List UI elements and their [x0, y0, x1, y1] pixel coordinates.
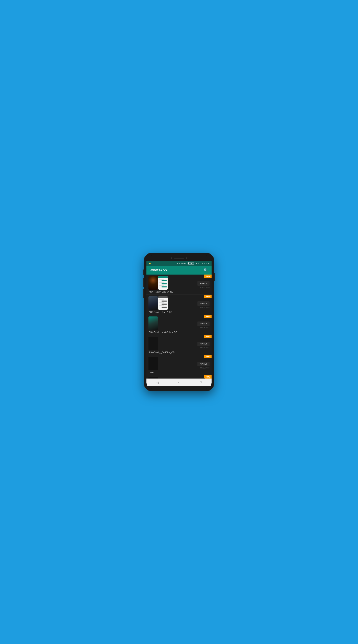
theme-name: ASK-Reality_RedBlue_GB [148, 351, 210, 354]
sensor-dot [186, 258, 188, 259]
theme-preview-dark [148, 316, 158, 330]
theme-info: APPLY 05/05/2018 [198, 336, 210, 349]
theme-content: APPLY 05/05/2018 [148, 336, 210, 350]
app-toolbar: WhatsApp 🔍 [146, 266, 212, 274]
new-badge: New [204, 295, 212, 298]
wifi-icon: ⊕ [184, 262, 186, 264]
recents-icon: □ [200, 381, 202, 384]
apply-button[interactable]: APPLY [198, 301, 210, 306]
camera-shortcut-button [143, 289, 144, 298]
signal-strength: ▲ [198, 262, 199, 264]
theme-item: New APPLY 05/05/2018 dark1 [146, 355, 212, 375]
theme-info: APPLY 05/05/2018 [198, 357, 210, 369]
theme-list: New [146, 274, 212, 378]
apply-button[interactable]: APPLY [198, 322, 210, 326]
speaker [174, 258, 184, 258]
clock-icon: ◷ [204, 262, 205, 264]
theme-date: 05/05/2018 [200, 326, 210, 328]
theme-item: New APPLY 05/05/2018 ASK-Reality_RedBlue… [146, 335, 212, 355]
theme-preview-dark [148, 336, 158, 350]
theme-name: ASK-Reality_MultiColors_GB [148, 331, 210, 334]
theme-name: dark1 [148, 371, 210, 374]
theme-content: APPLY 05/05/2018 [148, 276, 210, 290]
phone-screen: 🔔 4.81 K/s ⊕ ▐▐ VoLTE ⁴G ▲ 71% ◷ 5:18 Wh… [146, 256, 212, 388]
theme-item: New APPLY 05/05/2018 ASK-Reality_MultiCo… [146, 315, 212, 335]
theme-date: 05/05/2018 [200, 286, 210, 288]
theme-info: APPLY 05/05/2018 [198, 276, 210, 288]
theme-previews [148, 336, 158, 350]
theme-preview-dark [148, 377, 158, 378]
theme-info: APPLY 05/05/2018 [198, 316, 210, 328]
network-speed: 4.81 K/s [177, 262, 184, 264]
apply-button[interactable]: APPLY [198, 362, 210, 366]
theme-preview-dark [148, 296, 158, 310]
battery: 71% [200, 262, 203, 264]
volume-up-button [143, 270, 144, 276]
signal-icon: ▐▐ [186, 262, 188, 264]
search-icon: 🔍 [204, 268, 208, 272]
theme-previews [148, 276, 168, 290]
theme-date: 05/05/2018 [200, 347, 210, 349]
theme-previews [148, 377, 158, 378]
status-left-icons: 🔔 [149, 262, 151, 264]
theme-date: 05/05/2018 [200, 306, 210, 308]
bell-icon: 🔔 [149, 262, 151, 264]
back-button[interactable]: ◁ [153, 379, 162, 386]
theme-content: APPLY 05/05/2018 [148, 296, 210, 310]
theme-item: New APPLY [146, 375, 212, 378]
theme-previews [148, 316, 158, 330]
volte-badge: VoLTE [189, 262, 194, 264]
time: 5:18 [206, 262, 209, 264]
phone-top-notch [146, 256, 212, 261]
apply-button[interactable]: APPLY [198, 281, 210, 286]
new-badge: New [204, 355, 212, 358]
phone-device: 🔔 4.81 K/s ⊕ ▐▐ VoLTE ⁴G ▲ 71% ◷ 5:18 Wh… [144, 253, 214, 391]
theme-item: New [146, 295, 212, 315]
app-title: WhatsApp [150, 268, 167, 272]
4g-icon: ⁴G [195, 262, 197, 264]
bottom-nav: ◁ ○ □ [146, 378, 212, 386]
theme-previews [148, 357, 158, 370]
status-right-info: 4.81 K/s ⊕ ▐▐ VoLTE ⁴G ▲ 71% ◷ 5:18 [177, 262, 209, 264]
theme-preview-screen [158, 276, 168, 290]
theme-date: 05/05/2018 [200, 367, 210, 369]
home-button[interactable]: ○ [175, 379, 184, 386]
power-button [214, 273, 215, 281]
search-button[interactable]: 🔍 [203, 268, 208, 273]
volume-down-button [143, 278, 144, 287]
new-badge: New [204, 315, 212, 318]
phone-bottom-bar [146, 386, 212, 388]
theme-content: APPLY 05/05/2018 [148, 357, 210, 370]
theme-item: New [146, 274, 212, 295]
new-badge: New [204, 335, 212, 338]
theme-previews [148, 296, 168, 310]
theme-content: APPLY [148, 377, 210, 378]
apply-button[interactable]: APPLY [198, 342, 210, 346]
home-icon: ○ [178, 381, 180, 384]
back-icon: ◁ [156, 381, 159, 384]
theme-name: ASK-Reality_Grey2_GB [148, 311, 210, 313]
theme-preview-dark [148, 276, 158, 290]
theme-name: ASK-Reality_Dragon_GB [148, 291, 210, 293]
recents-button[interactable]: □ [196, 379, 205, 386]
theme-content: APPLY 05/05/2018 [148, 316, 210, 330]
camera-dot [170, 258, 172, 259]
status-bar: 🔔 4.81 K/s ⊕ ▐▐ VoLTE ⁴G ▲ 71% ◷ 5:18 [146, 261, 212, 266]
new-badge: New [204, 274, 212, 278]
new-badge: New [204, 375, 212, 378]
theme-preview-screen [158, 296, 168, 310]
theme-info: APPLY 05/05/2018 [198, 296, 210, 308]
theme-preview-dark [148, 357, 158, 370]
